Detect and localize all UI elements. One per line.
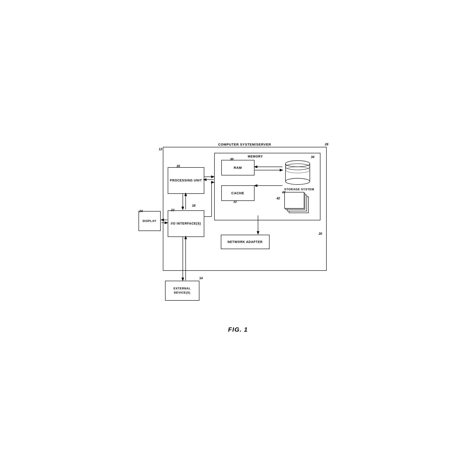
computer-system-label: COMPUTER SYSTEM/SERVER: [218, 142, 271, 146]
network-adapter-box: NETWORK ADAPTER: [221, 235, 270, 249]
processing-unit-box: PROCESSING UNIT: [168, 167, 204, 194]
ref-34-label: 34: [311, 155, 314, 159]
memory-label: MEMORY: [248, 155, 263, 158]
svg-point-3: [286, 178, 310, 185]
figure-label: FIG. 1: [228, 326, 248, 333]
storage-system-label: STORAGE SYSTEM: [284, 187, 314, 191]
display-box: DISPLAY: [138, 211, 161, 231]
ref-18-label: 18: [192, 204, 196, 207]
external-device-label: EXTERNAL DEVICE(S): [166, 286, 199, 294]
processing-unit-label: PROCESSING UNIT: [170, 178, 202, 183]
ref-20-label: 20: [319, 232, 322, 236]
computer-system-box: COMPUTER SYSTEM/SERVER 28 PROCESSING UNI…: [163, 147, 327, 271]
ref-14-label: 14: [199, 276, 203, 280]
ref-12-label: 12: [159, 147, 162, 151]
pages-area: [284, 192, 313, 216]
ram-box: RAM: [221, 160, 255, 175]
diagram: 12 COMPUTER SYSTEM/SERVER 28 PROCESSING …: [138, 138, 338, 320]
storage-cylinder-svg: [284, 159, 311, 188]
ref-28-label: 28: [325, 142, 328, 146]
ref-32-label: 32: [234, 200, 237, 203]
io-interface-label: I/O INTERFACE(S): [171, 221, 201, 226]
ref-22-label: 22: [171, 208, 175, 212]
storage-system-area: STORAGE SYSTEM: [284, 159, 314, 191]
ram-label: RAM: [234, 166, 242, 169]
io-interface-box: I/O INTERFACE(S): [168, 210, 204, 237]
ref-16-label: 16: [177, 164, 180, 168]
ref-24-label: 24: [139, 209, 143, 213]
network-adapter-label: NETWORK ADAPTER: [227, 240, 262, 244]
ref-42-label: 42: [277, 196, 280, 200]
cache-box: CACHE: [221, 185, 255, 201]
external-device-box: EXTERNAL DEVICE(S): [165, 281, 199, 301]
cache-label: CACHE: [231, 191, 244, 195]
memory-box: MEMORY 30 RAM CACHE 32 34: [214, 153, 321, 220]
display-label: DISPLAY: [142, 219, 156, 222]
